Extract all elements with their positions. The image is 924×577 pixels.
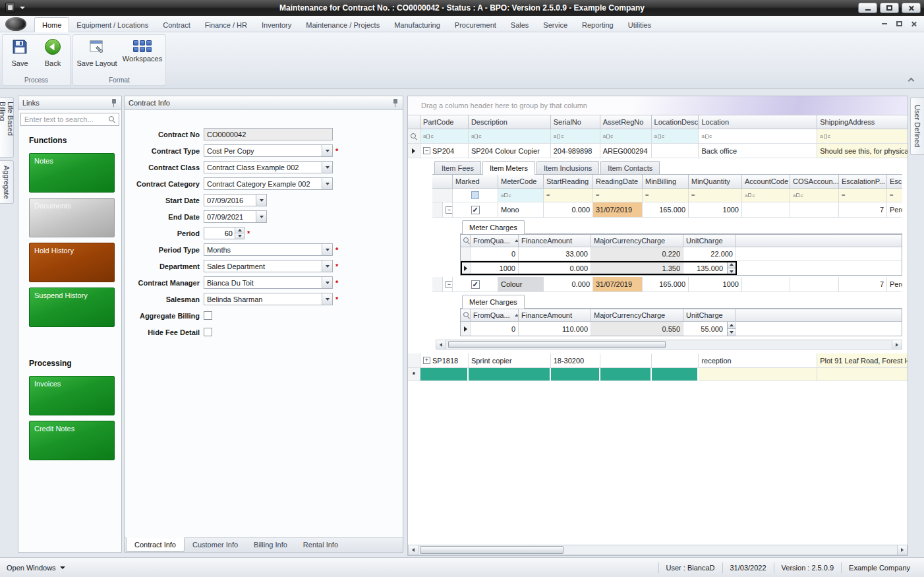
hold-history-button[interactable]: Hold History (29, 243, 115, 282)
column-header-accountcode[interactable]: AccountCode (742, 175, 790, 189)
new-serialno-cell[interactable] (551, 368, 600, 381)
readingdate-cell[interactable]: 31/07/2019 (593, 277, 643, 292)
scroll-right-icon[interactable] (892, 340, 902, 349)
period-type-select[interactable] (204, 243, 333, 256)
filter-cell-escalationp[interactable]: = (839, 189, 887, 202)
end-date-value[interactable] (204, 211, 256, 222)
dock-tab-aggregate[interactable]: Aggregate (0, 160, 14, 204)
tab-rental-info[interactable]: Rental Info (295, 538, 346, 551)
column-header-fromquantity[interactable]: FromQua... (471, 309, 519, 322)
column-header-locationdesc[interactable]: LocationDesc (652, 115, 699, 129)
hide-fee-detail-checkbox[interactable] (204, 328, 212, 336)
search-input[interactable] (20, 113, 119, 126)
column-header-readingdate[interactable]: ReadingDate (593, 175, 643, 189)
chevron-down-icon[interactable] (322, 178, 332, 189)
scroll-right-icon[interactable] (897, 545, 907, 555)
minimize-button[interactable] (858, 3, 877, 13)
cosaccount-cell[interactable] (790, 277, 839, 292)
chevron-down-icon[interactable] (322, 162, 332, 173)
column-header-unitcharge[interactable]: UnitCharge (683, 235, 736, 247)
collapse-ribbon-icon[interactable] (908, 78, 915, 84)
spin-down-icon[interactable] (728, 329, 736, 336)
shippingaddress-cell[interactable]: Plot 91 Leaf Road, Forest H (817, 353, 908, 368)
filter-cell-accountcode[interactable] (742, 189, 790, 202)
column-header-minbilling[interactable]: MinBilling (643, 175, 689, 189)
grid-row-sp204[interactable]: SP204 SP204 Colour Copier 204-989898 ARE… (408, 144, 908, 158)
spin-up-icon[interactable] (235, 228, 244, 233)
spin-down-icon[interactable] (728, 268, 736, 275)
grid-new-row[interactable] (408, 368, 908, 381)
charges-row[interactable]: 0 33.000 0.220 22.000 (461, 247, 902, 261)
minbilling-cell[interactable]: 165.000 (643, 277, 689, 292)
contract-no-input[interactable] (204, 128, 333, 140)
column-header-fromquantity[interactable]: FromQua... (471, 235, 519, 247)
location-cell[interactable]: reception (699, 353, 817, 368)
open-windows-button[interactable]: Open Windows (7, 564, 65, 572)
column-header-cosaccount[interactable]: COSAccoun... (790, 175, 839, 189)
detail-horizontal-scrollbar[interactable] (436, 340, 902, 349)
column-header-financeamount[interactable]: FinanceAmount (519, 235, 591, 247)
app-logo-icon[interactable] (5, 17, 26, 31)
filter-cell-readingdate[interactable]: = (593, 189, 643, 202)
ribbon-tab-utilities[interactable]: Utilities (621, 18, 658, 32)
filter-cell-assetregno[interactable] (600, 129, 652, 144)
chevron-down-icon[interactable] (322, 277, 332, 288)
tab-contract-info[interactable]: Contract Info (126, 537, 185, 552)
tab-item-inclusions[interactable]: Item Inclusions (536, 161, 599, 174)
charges-row[interactable]: 0 110.000 0.550 55.000 (461, 322, 902, 336)
locationdesc-cell[interactable] (652, 144, 699, 158)
start-date-picker[interactable] (204, 194, 267, 206)
close-button[interactable] (902, 3, 921, 13)
cosaccount-cell[interactable] (790, 202, 839, 218)
readingdate-cell[interactable]: 31/07/2019 (593, 202, 643, 218)
metercode-cell[interactable]: Mono (498, 202, 544, 218)
search-header-icon[interactable] (461, 235, 471, 247)
spinner-buttons[interactable] (727, 322, 736, 336)
filter-cell-esc[interactable]: = (887, 189, 902, 202)
contract-class-select[interactable] (204, 161, 333, 173)
filter-cell-metercode[interactable] (498, 189, 544, 202)
new-locationdesc-cell[interactable] (652, 368, 699, 381)
salesman-value[interactable] (204, 293, 322, 305)
unitcharge-cell-editing[interactable]: 135.000 (683, 261, 736, 275)
column-header-description[interactable]: Description (469, 115, 551, 129)
majorcurrencycharge-cell[interactable]: 0.220 (591, 247, 683, 261)
ribbon-tab-sales[interactable]: Sales (504, 18, 536, 32)
meter-row-colour[interactable]: ✓ Colour 0.000 31/07/2019 165.000 1000 7… (432, 277, 902, 292)
filter-cell-description[interactable] (469, 129, 551, 144)
tab-item-meters[interactable]: Item Meters (482, 161, 535, 175)
shippingaddress-cell[interactable]: Should see this, for physical (817, 144, 908, 158)
department-select[interactable] (204, 260, 333, 272)
filter-cell-locationdesc[interactable] (652, 129, 699, 144)
new-partcode-cell[interactable] (420, 368, 469, 381)
accountcode-cell[interactable] (742, 277, 790, 292)
grid-horizontal-scrollbar[interactable] (408, 545, 908, 555)
description-cell[interactable]: Sprint copier (469, 353, 551, 368)
new-assetregno-cell[interactable] (600, 368, 652, 381)
chevron-down-icon[interactable] (322, 260, 332, 272)
column-header-serialno[interactable]: SerialNo (551, 115, 600, 129)
checked-checkbox-icon[interactable]: ✓ (471, 280, 480, 289)
new-description-cell[interactable] (469, 368, 551, 381)
ribbon-tab-home[interactable]: Home (34, 17, 69, 32)
filter-cell-marked[interactable] (453, 189, 498, 202)
maximize-button[interactable] (880, 3, 899, 13)
collapse-row-icon[interactable] (423, 147, 430, 154)
majorcurrencycharge-cell[interactable]: 1.350 (591, 261, 683, 275)
majorcurrencycharge-cell[interactable]: 0.550 (591, 322, 683, 336)
contract-category-select[interactable] (204, 177, 333, 190)
period-spinner[interactable] (204, 227, 245, 239)
suspend-history-button[interactable]: Suspend History (29, 288, 115, 327)
scroll-left-icon[interactable] (409, 545, 419, 555)
invoices-button[interactable]: Invoices (29, 376, 115, 415)
spin-up-icon[interactable] (728, 261, 736, 268)
grid-row-sp1818[interactable]: SP1818 Sprint copier 18-30200 reception … (408, 353, 908, 368)
save-layout-button[interactable]: Save Layout (75, 38, 119, 76)
description-cell[interactable]: SP204 Colour Copier (469, 144, 551, 158)
ribbon-tab-inventory[interactable]: Inventory (254, 18, 299, 32)
salesman-select[interactable] (204, 293, 333, 305)
ribbon-tab-contract[interactable]: Contract (156, 18, 198, 32)
filter-cell-startreading[interactable]: = (544, 189, 593, 202)
period-value[interactable] (204, 228, 235, 239)
assetregno-cell[interactable] (600, 353, 652, 368)
